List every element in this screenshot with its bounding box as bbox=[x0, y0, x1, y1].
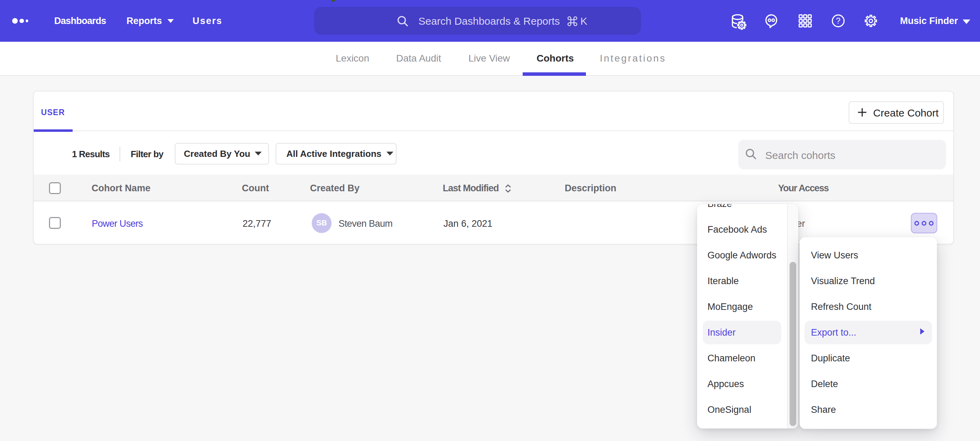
svg-text:?: ? bbox=[836, 16, 841, 26]
